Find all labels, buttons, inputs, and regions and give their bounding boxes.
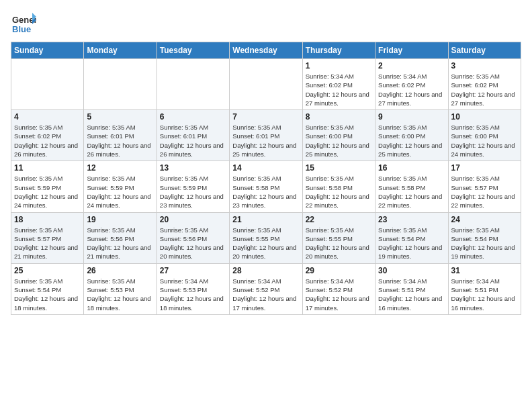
- logo: General Blue: [11, 11, 39, 36]
- day-number: 25: [14, 266, 81, 275]
- day-detail: Sunrise: 5:35 AM Sunset: 5:56 PM Dayligh…: [87, 226, 153, 261]
- day-number: 31: [451, 266, 518, 275]
- day-detail: Sunrise: 5:34 AM Sunset: 5:52 PM Dayligh…: [306, 277, 372, 312]
- day-number: 24: [451, 215, 518, 224]
- header: General Blue: [11, 11, 521, 36]
- svg-text:Blue: Blue: [12, 24, 31, 34]
- calendar-day-cell: [84, 59, 157, 110]
- calendar-day-cell: 20Sunrise: 5:35 AM Sunset: 5:56 PM Dayli…: [157, 212, 229, 263]
- day-number: 7: [232, 112, 299, 122]
- day-number: 6: [160, 112, 226, 122]
- calendar-day-cell: 17Sunrise: 5:35 AM Sunset: 5:57 PM Dayli…: [448, 161, 521, 212]
- day-detail: Sunrise: 5:35 AM Sunset: 5:54 PM Dayligh…: [451, 226, 518, 261]
- calendar-day-cell: 12Sunrise: 5:35 AM Sunset: 5:59 PM Dayli…: [84, 161, 157, 212]
- day-detail: Sunrise: 5:35 AM Sunset: 5:54 PM Dayligh…: [378, 226, 445, 261]
- day-detail: Sunrise: 5:35 AM Sunset: 5:54 PM Dayligh…: [14, 277, 81, 312]
- day-number: 10: [451, 112, 518, 122]
- calendar-day-cell: 23Sunrise: 5:35 AM Sunset: 5:54 PM Dayli…: [375, 212, 448, 263]
- day-detail: Sunrise: 5:35 AM Sunset: 5:58 PM Dayligh…: [378, 174, 445, 210]
- calendar-table: SundayMondayTuesdayWednesdayThursdayFrid…: [11, 42, 521, 315]
- day-number: 2: [378, 61, 445, 71]
- calendar-day-cell: [11, 59, 84, 110]
- day-detail: Sunrise: 5:35 AM Sunset: 5:57 PM Dayligh…: [451, 174, 518, 210]
- calendar-day-cell: 31Sunrise: 5:34 AM Sunset: 5:51 PM Dayli…: [448, 263, 521, 314]
- day-number: 1: [306, 61, 372, 71]
- day-number: 20: [160, 215, 226, 224]
- day-detail: Sunrise: 5:35 AM Sunset: 6:01 PM Dayligh…: [87, 123, 153, 158]
- calendar-day-cell: [230, 59, 302, 110]
- day-of-week-header: Tuesday: [157, 42, 229, 59]
- day-of-week-header: Friday: [375, 42, 448, 59]
- day-number: 4: [14, 112, 81, 122]
- calendar-day-cell: 21Sunrise: 5:35 AM Sunset: 5:55 PM Dayli…: [230, 212, 302, 263]
- day-of-week-header: Saturday: [448, 42, 521, 59]
- calendar-week-row: 25Sunrise: 5:35 AM Sunset: 5:54 PM Dayli…: [11, 263, 521, 314]
- day-detail: Sunrise: 5:35 AM Sunset: 5:53 PM Dayligh…: [87, 277, 153, 312]
- calendar-day-cell: 6Sunrise: 5:35 AM Sunset: 6:01 PM Daylig…: [157, 110, 229, 161]
- calendar-day-cell: 25Sunrise: 5:35 AM Sunset: 5:54 PM Dayli…: [11, 263, 84, 314]
- calendar-day-cell: 24Sunrise: 5:35 AM Sunset: 5:54 PM Dayli…: [448, 212, 521, 263]
- day-of-week-header: Wednesday: [230, 42, 302, 59]
- day-detail: Sunrise: 5:34 AM Sunset: 5:51 PM Dayligh…: [451, 277, 518, 312]
- day-detail: Sunrise: 5:35 AM Sunset: 5:55 PM Dayligh…: [306, 226, 372, 261]
- day-detail: Sunrise: 5:35 AM Sunset: 5:59 PM Dayligh…: [160, 174, 226, 210]
- calendar-day-cell: 19Sunrise: 5:35 AM Sunset: 5:56 PM Dayli…: [84, 212, 157, 263]
- day-detail: Sunrise: 5:34 AM Sunset: 5:51 PM Dayligh…: [378, 277, 445, 312]
- day-detail: Sunrise: 5:35 AM Sunset: 6:00 PM Dayligh…: [378, 123, 445, 158]
- day-detail: Sunrise: 5:35 AM Sunset: 5:55 PM Dayligh…: [232, 226, 299, 261]
- day-detail: Sunrise: 5:35 AM Sunset: 6:01 PM Dayligh…: [160, 123, 226, 158]
- calendar-day-cell: [157, 59, 229, 110]
- day-detail: Sunrise: 5:34 AM Sunset: 5:52 PM Dayligh…: [232, 277, 299, 312]
- logo-icon: General Blue: [11, 11, 36, 36]
- calendar-day-cell: 10Sunrise: 5:35 AM Sunset: 6:00 PM Dayli…: [448, 110, 521, 161]
- calendar-day-cell: 18Sunrise: 5:35 AM Sunset: 5:57 PM Dayli…: [11, 212, 84, 263]
- calendar-header-row: SundayMondayTuesdayWednesdayThursdayFrid…: [11, 42, 521, 59]
- calendar-day-cell: 26Sunrise: 5:35 AM Sunset: 5:53 PM Dayli…: [84, 263, 157, 314]
- day-number: 28: [232, 266, 299, 275]
- calendar-day-cell: 1Sunrise: 5:34 AM Sunset: 6:02 PM Daylig…: [302, 59, 375, 110]
- calendar-day-cell: 7Sunrise: 5:35 AM Sunset: 6:01 PM Daylig…: [230, 110, 302, 161]
- day-number: 21: [232, 215, 299, 224]
- day-of-week-header: Monday: [84, 42, 157, 59]
- day-number: 19: [87, 215, 153, 224]
- day-detail: Sunrise: 5:35 AM Sunset: 5:56 PM Dayligh…: [160, 226, 226, 261]
- day-detail: Sunrise: 5:34 AM Sunset: 5:53 PM Dayligh…: [160, 277, 226, 312]
- calendar-day-cell: 16Sunrise: 5:35 AM Sunset: 5:58 PM Dayli…: [375, 161, 448, 212]
- day-number: 17: [451, 163, 518, 173]
- day-number: 14: [232, 163, 299, 173]
- day-detail: Sunrise: 5:35 AM Sunset: 5:57 PM Dayligh…: [14, 226, 81, 261]
- calendar-day-cell: 14Sunrise: 5:35 AM Sunset: 5:58 PM Dayli…: [230, 161, 302, 212]
- day-number: 3: [451, 61, 518, 71]
- day-number: 27: [160, 266, 226, 275]
- day-number: 26: [87, 266, 153, 275]
- day-number: 29: [306, 266, 372, 275]
- day-detail: Sunrise: 5:35 AM Sunset: 6:02 PM Dayligh…: [451, 72, 518, 107]
- calendar-day-cell: 11Sunrise: 5:35 AM Sunset: 5:59 PM Dayli…: [11, 161, 84, 212]
- day-number: 18: [14, 215, 81, 224]
- calendar-week-row: 4Sunrise: 5:35 AM Sunset: 6:02 PM Daylig…: [11, 110, 521, 161]
- calendar-day-cell: 30Sunrise: 5:34 AM Sunset: 5:51 PM Dayli…: [375, 263, 448, 314]
- day-detail: Sunrise: 5:35 AM Sunset: 5:59 PM Dayligh…: [87, 174, 153, 210]
- day-number: 5: [87, 112, 153, 122]
- calendar-day-cell: 9Sunrise: 5:35 AM Sunset: 6:00 PM Daylig…: [375, 110, 448, 161]
- calendar-day-cell: 4Sunrise: 5:35 AM Sunset: 6:02 PM Daylig…: [11, 110, 84, 161]
- day-detail: Sunrise: 5:35 AM Sunset: 6:01 PM Dayligh…: [232, 123, 299, 158]
- calendar-day-cell: 13Sunrise: 5:35 AM Sunset: 5:59 PM Dayli…: [157, 161, 229, 212]
- calendar-day-cell: 28Sunrise: 5:34 AM Sunset: 5:52 PM Dayli…: [230, 263, 302, 314]
- day-of-week-header: Sunday: [11, 42, 84, 59]
- day-detail: Sunrise: 5:35 AM Sunset: 5:58 PM Dayligh…: [232, 174, 299, 210]
- day-number: 22: [306, 215, 372, 224]
- day-detail: Sunrise: 5:35 AM Sunset: 6:02 PM Dayligh…: [14, 123, 81, 158]
- calendar-day-cell: 15Sunrise: 5:35 AM Sunset: 5:58 PM Dayli…: [302, 161, 375, 212]
- day-number: 9: [378, 112, 445, 122]
- day-number: 30: [378, 266, 445, 275]
- calendar-day-cell: 3Sunrise: 5:35 AM Sunset: 6:02 PM Daylig…: [448, 59, 521, 110]
- day-detail: Sunrise: 5:34 AM Sunset: 6:02 PM Dayligh…: [306, 72, 372, 107]
- day-number: 11: [14, 163, 81, 173]
- day-of-week-header: Thursday: [302, 42, 375, 59]
- calendar-day-cell: 8Sunrise: 5:35 AM Sunset: 6:00 PM Daylig…: [302, 110, 375, 161]
- day-number: 13: [160, 163, 226, 173]
- calendar-week-row: 18Sunrise: 5:35 AM Sunset: 5:57 PM Dayli…: [11, 212, 521, 263]
- calendar-week-row: 11Sunrise: 5:35 AM Sunset: 5:59 PM Dayli…: [11, 161, 521, 212]
- day-detail: Sunrise: 5:35 AM Sunset: 5:58 PM Dayligh…: [306, 174, 372, 210]
